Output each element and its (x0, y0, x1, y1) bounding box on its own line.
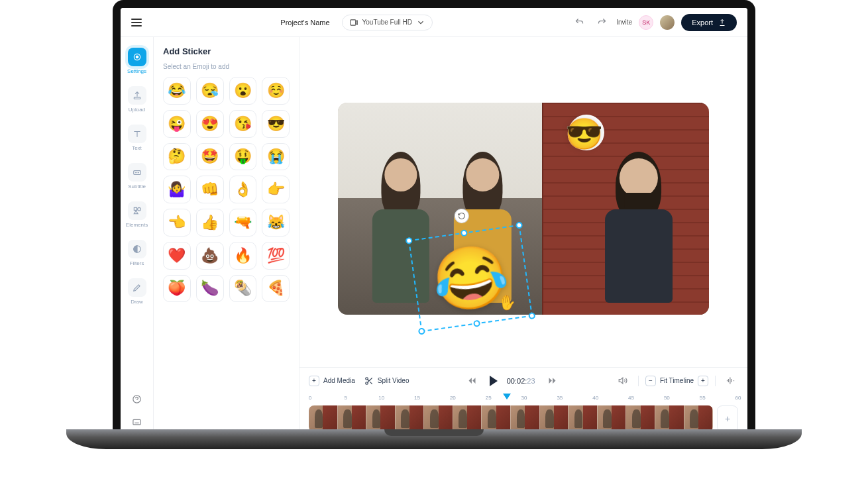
timeline-frame[interactable] (684, 405, 713, 432)
rail-item-filters[interactable]: Filters (124, 237, 150, 269)
add-track-button[interactable]: + (717, 405, 738, 432)
emoji-option[interactable]: 😜 (163, 110, 191, 138)
timeline-frame[interactable] (338, 405, 367, 432)
zoom-out-button[interactable]: − (645, 376, 656, 386)
timeline-frame[interactable] (540, 405, 569, 432)
video-track[interactable] (309, 405, 713, 432)
resize-handle-bm[interactable] (473, 320, 480, 327)
emoji-option[interactable]: 💯 (262, 242, 290, 270)
rail-item-draw[interactable]: Draw (124, 276, 150, 307)
timeline-frame[interactable] (482, 405, 511, 432)
side-rail: SettingsUploadTextSubtitleElementsFilter… (121, 37, 154, 437)
svg-point-2 (136, 56, 138, 58)
emoji-option[interactable]: 😹 (262, 209, 290, 237)
rail-item-settings[interactable]: Settings (124, 45, 150, 77)
add-media-button[interactable]: +Add Media (309, 376, 355, 386)
export-button[interactable]: Export (681, 14, 737, 31)
emoji-option[interactable]: 👈 (163, 209, 191, 237)
rail-item-subtitle[interactable]: Subtitle (124, 160, 150, 192)
emoji-option[interactable]: ☺️ (262, 77, 290, 105)
emoji-option[interactable]: 😂 (163, 77, 191, 105)
emoji-option[interactable]: 🤑 (229, 143, 257, 171)
emoji-option[interactable]: 🍆 (196, 275, 224, 303)
emoji-option[interactable]: 🍕 (262, 275, 290, 303)
emoji-option[interactable]: 💩 (196, 242, 224, 270)
emoji-option[interactable]: 😘 (229, 110, 257, 138)
redo-button[interactable] (594, 15, 610, 30)
emoji-option[interactable]: 😍 (196, 110, 224, 138)
user-avatar[interactable] (660, 15, 675, 30)
emoji-option[interactable]: 👉 (262, 176, 290, 203)
upload-icon (128, 86, 146, 105)
waveform-button[interactable] (722, 373, 738, 389)
emoji-option[interactable]: 👌 (229, 176, 257, 203)
playhead[interactable] (503, 394, 511, 399)
selection-box[interactable]: 😂 ✋ (408, 225, 533, 332)
invite-link[interactable]: Invite (616, 19, 632, 26)
svg-rect-5 (134, 207, 136, 210)
svg-point-11 (366, 382, 368, 384)
emoji-option[interactable]: 👊 (196, 176, 224, 203)
resize-handle-tl[interactable] (406, 237, 413, 244)
menu-button[interactable] (131, 19, 142, 27)
export-icon (718, 19, 726, 27)
collaborator-avatar[interactable]: SK (639, 15, 653, 30)
rail-item-upload[interactable]: Upload (124, 83, 150, 115)
rail-label: Text (132, 145, 142, 151)
timeline-frame[interactable] (569, 405, 598, 432)
emoji-option[interactable]: 🤷‍♀️ (163, 176, 191, 203)
timeline-ruler[interactable]: 051015202530354045505560 (299, 394, 747, 405)
resize-handle-tm[interactable] (461, 229, 468, 237)
emoji-option[interactable]: 👍 (196, 209, 224, 237)
emoji-option[interactable]: ❤️ (163, 242, 191, 270)
rewind-button[interactable] (464, 373, 480, 389)
timeline-frame[interactable] (655, 405, 684, 432)
forward-button[interactable] (545, 373, 561, 389)
project-name[interactable]: Project's Name (280, 19, 329, 27)
rail-item-text[interactable]: Text (124, 122, 150, 154)
draw-icon (128, 278, 146, 297)
zoom-in-button[interactable]: + (698, 376, 708, 386)
timeline-frame[interactable] (598, 405, 627, 432)
format-selector[interactable]: YouTube Full HD (342, 15, 433, 30)
emoji-option[interactable]: 🌯 (229, 275, 257, 303)
emoji-option[interactable]: 😭 (262, 143, 290, 171)
emoji-option[interactable]: 🤔 (163, 143, 191, 171)
ruler-tick: 20 (450, 395, 456, 401)
svg-rect-9 (133, 419, 140, 425)
emoji-option[interactable]: 🔫 (229, 209, 257, 237)
emoji-option[interactable]: 😮 (229, 77, 257, 105)
timeline-frame[interactable] (366, 405, 396, 432)
scissors-icon (364, 376, 374, 386)
emoji-option[interactable]: 🔥 (229, 242, 257, 270)
keyboard-button[interactable] (129, 413, 145, 429)
timeline-frame[interactable] (453, 405, 482, 432)
resize-handle-bl[interactable] (418, 327, 425, 335)
resize-handle-br[interactable] (528, 312, 535, 319)
split-video-button[interactable]: Split Video (364, 376, 409, 386)
zoom-control: − Fit Timeline + (645, 376, 708, 386)
timeline-frame[interactable] (424, 405, 453, 432)
emoji-option[interactable]: 🍑 (163, 275, 191, 303)
volume-button[interactable] (616, 373, 631, 389)
rail-item-elements[interactable]: Elements (124, 199, 150, 231)
timeline-frame[interactable] (309, 405, 338, 432)
video-stage[interactable]: 😎 😂 ✋ (338, 103, 709, 315)
svg-rect-4 (133, 171, 140, 175)
rail-label: Draw (131, 299, 143, 305)
timeline-frame[interactable] (511, 405, 540, 432)
play-button[interactable] (490, 376, 498, 386)
ruler-tick: 45 (628, 395, 634, 401)
undo-button[interactable] (571, 15, 587, 30)
emoji-option[interactable]: 🤩 (196, 143, 224, 171)
timeline-frame[interactable] (626, 405, 655, 432)
fit-timeline-button[interactable]: Fit Timeline (660, 377, 694, 384)
ruler-tick: 35 (557, 395, 563, 401)
rail-label: Subtitle (128, 184, 146, 189)
topbar: Project's Name YouTube Full HD Invite SK… (121, 8, 747, 37)
emoji-option[interactable]: 😎 (262, 110, 290, 138)
placed-sticker-cool[interactable]: 😎 (565, 116, 603, 152)
emoji-option[interactable]: 😪 (196, 77, 224, 105)
timeline-frame[interactable] (396, 405, 425, 432)
help-button[interactable] (129, 391, 145, 407)
